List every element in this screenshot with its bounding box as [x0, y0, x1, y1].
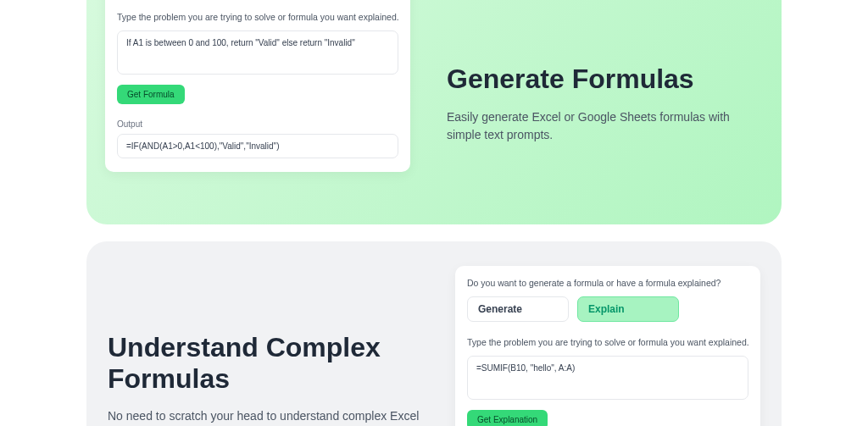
understand-text-block: Understand Complex Formulas No need to s… [86, 260, 455, 426]
generate-toggle[interactable]: Generate [467, 296, 569, 322]
mode-toggle-row: Generate Explain [467, 296, 748, 322]
generate-subtext: Easily generate Excel or Google Sheets f… [447, 108, 748, 144]
explain-toggle[interactable]: Explain [577, 296, 679, 322]
output-value: =IF(AND(A1>0,A1<100),"Valid","Invalid") [117, 134, 398, 158]
output-label: Output [117, 119, 398, 129]
generate-text-block: Generate Formulas Easily generate Excel … [409, 0, 782, 224]
problem-input[interactable]: If A1 is between 0 and 100, return "Vali… [117, 30, 398, 75]
mode-prompt: Do you want to generate a formula or hav… [467, 278, 748, 288]
generate-card: Do you want to generate a formula or hav… [105, 0, 410, 172]
generate-heading: Generate Formulas [447, 64, 748, 95]
understand-subtext: No need to scratch your head to understa… [108, 407, 421, 426]
instruction-label: Type the problem you are trying to solve… [117, 12, 398, 22]
instruction-label: Type the problem you are trying to solve… [467, 337, 748, 347]
generate-section: Do you want to generate a formula or hav… [86, 0, 782, 224]
understand-heading: Understand Complex Formulas [108, 332, 430, 395]
formula-input[interactable]: =SUMIF(B10, "hello", A:A) [467, 356, 748, 400]
understand-section: Understand Complex Formulas No need to s… [86, 241, 782, 426]
get-explanation-button[interactable]: Get Explanation [467, 410, 548, 426]
understand-card: Do you want to generate a formula or hav… [455, 266, 760, 426]
get-formula-button[interactable]: Get Formula [117, 85, 185, 104]
